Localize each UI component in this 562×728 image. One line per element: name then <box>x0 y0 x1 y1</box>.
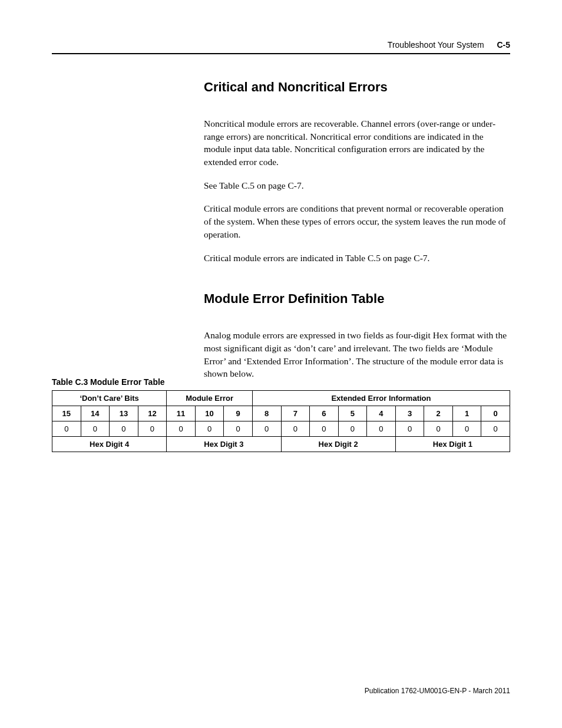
page-number: C-5 <box>497 40 510 50</box>
bit-header: 5 <box>338 406 367 421</box>
section-heading-module-error-def: Module Error Definition Table <box>204 291 510 307</box>
bit-header: 14 <box>81 406 110 421</box>
col-group-dontcare: ‘Don’t Care’ Bits <box>52 391 167 406</box>
bit-value: 0 <box>52 421 81 437</box>
main-content: Critical and Noncritical Errors Noncriti… <box>204 80 510 391</box>
bit-value: 0 <box>481 421 510 437</box>
header-section: Troubleshoot Your System <box>388 40 484 50</box>
bit-header: 2 <box>424 406 453 421</box>
paragraph: See Table C.5 on page C-7. <box>204 179 510 192</box>
bit-header: 6 <box>310 406 339 421</box>
bit-header: 0 <box>481 406 510 421</box>
hex-digit-label: Hex Digit 4 <box>52 437 167 452</box>
bit-value: 0 <box>452 421 481 437</box>
bit-value: 0 <box>195 421 224 437</box>
bit-header: 1 <box>452 406 481 421</box>
bit-value: 0 <box>167 421 196 437</box>
bit-header: 3 <box>395 406 424 421</box>
bit-header: 7 <box>281 406 310 421</box>
bit-header: 11 <box>167 406 196 421</box>
table-value-row: 0 0 0 0 0 0 0 0 0 0 0 0 0 0 0 0 <box>52 421 510 437</box>
bit-header: 9 <box>224 406 253 421</box>
bit-value: 0 <box>224 421 253 437</box>
paragraph: Noncritical module errors are recoverabl… <box>204 117 510 169</box>
module-error-table: ‘Don’t Care’ Bits Module Error Extended … <box>52 390 510 452</box>
paragraph: Analog module errors are expressed in tw… <box>204 329 510 380</box>
bit-value: 0 <box>252 421 281 437</box>
bit-value: 0 <box>367 421 396 437</box>
bit-header: 15 <box>52 406 81 421</box>
table-group-row: ‘Don’t Care’ Bits Module Error Extended … <box>52 391 510 406</box>
bit-header: 12 <box>138 406 167 421</box>
bit-value: 0 <box>138 421 167 437</box>
col-group-extended-error: Extended Error Information <box>252 391 510 406</box>
bit-value: 0 <box>310 421 339 437</box>
bit-header: 10 <box>195 406 224 421</box>
bit-header: 8 <box>252 406 281 421</box>
paragraph: Critical module errors are indicated in … <box>204 252 510 265</box>
running-header: Troubleshoot Your System C-5 <box>388 40 510 50</box>
table-bit-row: 15 14 13 12 11 10 9 8 7 6 5 4 3 2 1 0 <box>52 406 510 421</box>
paragraph: Critical module errors are conditions th… <box>204 202 510 241</box>
hex-digit-label: Hex Digit 2 <box>281 437 395 452</box>
bit-value: 0 <box>281 421 310 437</box>
publication-footer: Publication 1762-UM001G-EN-P - March 201… <box>365 687 510 695</box>
section-heading-critical-noncritical: Critical and Noncritical Errors <box>204 80 510 95</box>
bit-value: 0 <box>424 421 453 437</box>
bit-value: 0 <box>338 421 367 437</box>
header-rule <box>52 53 510 54</box>
bit-header: 13 <box>110 406 138 421</box>
hex-digit-label: Hex Digit 1 <box>395 437 510 452</box>
table-caption: Table C.3 Module Error Table <box>52 377 165 387</box>
hex-digit-label: Hex Digit 3 <box>167 437 281 452</box>
bit-value: 0 <box>395 421 424 437</box>
col-group-module-error: Module Error <box>167 391 253 406</box>
bit-header: 4 <box>367 406 396 421</box>
bit-value: 0 <box>110 421 138 437</box>
bit-value: 0 <box>81 421 110 437</box>
table-hex-row: Hex Digit 4 Hex Digit 3 Hex Digit 2 Hex … <box>52 437 510 452</box>
